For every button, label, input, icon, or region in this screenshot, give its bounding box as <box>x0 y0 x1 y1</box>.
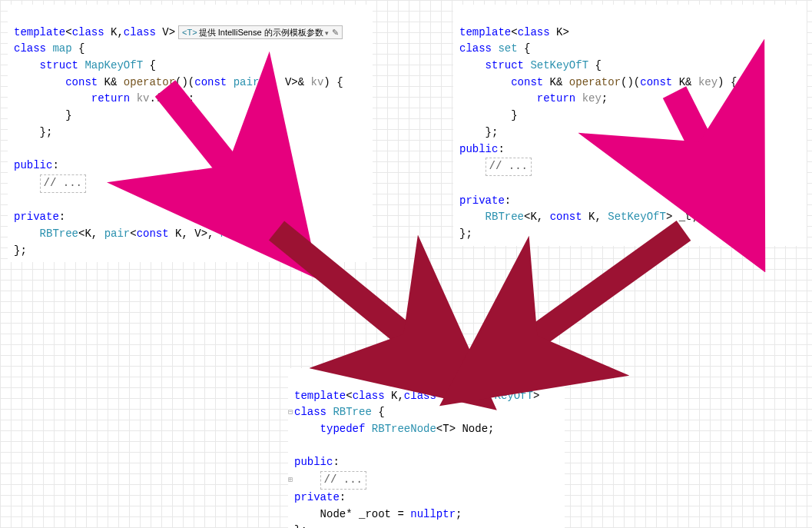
collapsed-region[interactable]: // ... <box>320 471 366 490</box>
arrow-set-to-rbtree <box>509 231 684 356</box>
map-operator: operator <box>124 76 175 88</box>
code-block-rbtree: template<class K,class T,class KeyOfT> ⊟… <box>288 368 565 528</box>
code-block-set: template<class K> class set { struct Set… <box>453 5 807 246</box>
collapsed-region[interactable]: // ... <box>40 174 86 193</box>
kw-template: template <box>14 26 65 38</box>
fold-icon[interactable]: ⊟ <box>287 407 294 419</box>
collapsed-region[interactable]: // ... <box>486 158 532 176</box>
fold-icon[interactable]: ⊞ <box>287 474 294 486</box>
intellisense-tooltip[interactable]: <T>提供 IntelliSense 的示例模板参数▾✎ <box>178 25 343 39</box>
set-operator: operator <box>569 76 621 88</box>
code-block-map: template<class K,class V><T>提供 IntelliSe… <box>8 5 373 262</box>
